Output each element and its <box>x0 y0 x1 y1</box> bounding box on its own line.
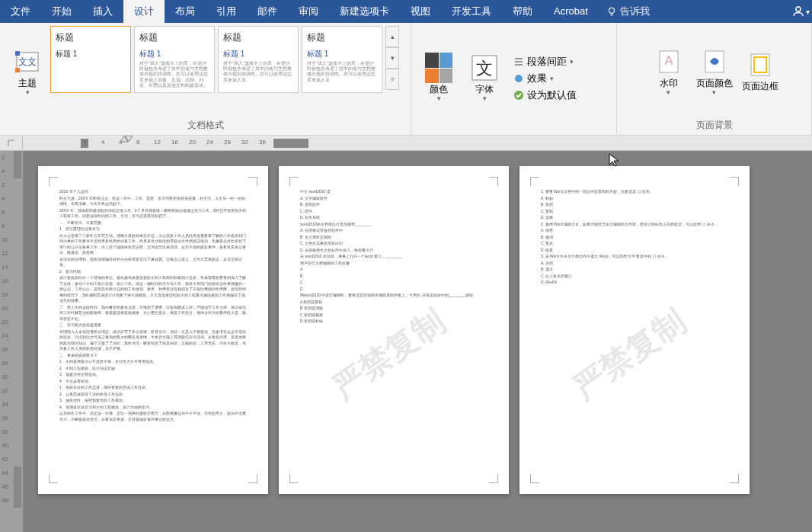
tab-home[interactable]: 开始 <box>41 0 82 23</box>
chevron-down-icon: ▾ <box>712 88 716 96</box>
tell-me[interactable]: 告诉我 <box>606 5 650 18</box>
svg-point-1 <box>796 7 801 11</box>
tab-design[interactable]: 设计 <box>123 0 165 23</box>
tab-view[interactable]: 视图 <box>400 0 441 23</box>
svg-point-0 <box>609 8 614 13</box>
gallery-more[interactable]: ▿ <box>385 69 399 90</box>
chevron-down-icon: ▾ <box>483 95 487 102</box>
page-color-button[interactable]: 页面颜色 ▾ <box>692 26 737 117</box>
colors-button[interactable]: 颜色 ▾ <box>416 26 462 130</box>
tab-acrobat[interactable]: Acrobat <box>543 0 599 23</box>
fonts-icon: 文 <box>471 54 498 82</box>
page-border-icon <box>746 51 774 79</box>
page-border-button[interactable]: 页面边框 <box>737 26 783 117</box>
group-label-docformat: 文档格式 <box>5 117 406 133</box>
gallery-down[interactable]: ▾ <box>385 47 399 69</box>
tab-file[interactable]: 文件 <box>0 0 41 23</box>
theme-thumb-1[interactable]: 标题 标题 1 <box>50 26 131 93</box>
fonts-button[interactable]: 文 字体 ▾ <box>462 26 507 130</box>
paragraph-spacing-button[interactable]: 段落间距▾ <box>513 55 577 69</box>
menubar: 文件 开始 插入 设计 布局 引用 邮件 审阅 新建选项卡 视图 开发工具 帮助… <box>0 0 812 23</box>
svg-rect-5 <box>15 68 20 72</box>
chevron-down-icon: ▾ <box>667 88 670 96</box>
tab-devtools[interactable]: 开发工具 <box>441 0 502 23</box>
themes-icon: 文文 <box>14 48 41 75</box>
horizontal-ruler[interactable]: 8448121620242832364246 <box>23 136 812 151</box>
tab-review[interactable]: 审阅 <box>288 0 329 23</box>
effects-button[interactable]: 效果▾ <box>513 72 577 85</box>
set-default-button[interactable]: 设为默认值 <box>513 88 577 102</box>
colors-icon <box>425 54 452 82</box>
svg-point-11 <box>515 75 523 82</box>
page-1[interactable]: 2016 年个人总结时光飞逝，20XX 年即将过去。在这一年中，工作、思想、学习… <box>38 166 268 494</box>
svg-rect-4 <box>15 51 20 56</box>
page-color-icon <box>701 48 728 75</box>
pages-container[interactable]: 2016 年个人总结时光飞逝，20XX 年即将过去。在这一年中，工作、思想、学习… <box>23 151 812 532</box>
check-icon <box>513 90 524 101</box>
theme-thumb-2[interactable]: 标题 标题 1 对于"插入"选项卡上的库，在设计时都包含考虑了其中的项与文档整体… <box>134 26 215 93</box>
document-area: 2424681012141618202224262830323436384042… <box>0 136 812 532</box>
svg-text:文: 文 <box>476 59 493 78</box>
page-2[interactable]: 严禁复制中文 word2010 是A. 文字编辑软件B. 系统软件C. 硬件D.… <box>279 166 509 494</box>
ribbon: 文文 主题 ▾ 标题 标题 1 标题 标题 1 对于"插入"选项卡上的库，在设计… <box>0 23 812 136</box>
page-3[interactable]: 严禁复制1. 要看 Word 文档中的一部分内容复制到另处，先要选选 口 操作。… <box>519 166 750 494</box>
tab-mail[interactable]: 邮件 <box>247 0 288 23</box>
ruler-corner <box>0 136 23 151</box>
tab-help[interactable]: 帮助 <box>502 0 543 23</box>
svg-text:文文: 文文 <box>18 56 37 67</box>
effects-icon <box>513 73 524 84</box>
paragraph-spacing-icon <box>513 56 524 67</box>
user-account-icon[interactable]: ▾ <box>789 0 812 23</box>
svg-text:A: A <box>664 54 673 67</box>
tab-layout[interactable]: 布局 <box>165 0 206 23</box>
lightbulb-icon <box>606 6 617 17</box>
themes-button[interactable]: 文文 主题 ▾ <box>5 26 50 117</box>
theme-thumb-3[interactable]: 标题 标题 1 对于"插入"选项卡上的库，在设计时都包含考虑了其中的项与文档整体… <box>218 26 299 93</box>
chevron-down-icon: ▾ <box>437 95 441 102</box>
chevron-down-icon: ▾ <box>26 88 30 96</box>
tab-new[interactable]: 新建选项卡 <box>329 0 400 23</box>
watermark-icon: A <box>655 48 683 75</box>
theme-thumb-4[interactable]: 标题 标题 1 对于"插入"选项卡上的库，在设计时都包含考虑了其中的项与文档整体… <box>302 26 382 93</box>
watermark: 严禁复制 <box>564 298 696 411</box>
tab-insert[interactable]: 插入 <box>82 0 123 23</box>
theme-gallery: 标题 标题 1 标题 标题 1 对于"插入"选项卡上的库，在设计时都包含考虑了其… <box>50 26 399 117</box>
gallery-up[interactable]: ▴ <box>385 26 399 47</box>
watermark-button[interactable]: A 水印 ▾ <box>646 26 692 117</box>
group-label-pagebg: 页面背景 <box>622 117 807 133</box>
tab-references[interactable]: 引用 <box>206 0 247 23</box>
